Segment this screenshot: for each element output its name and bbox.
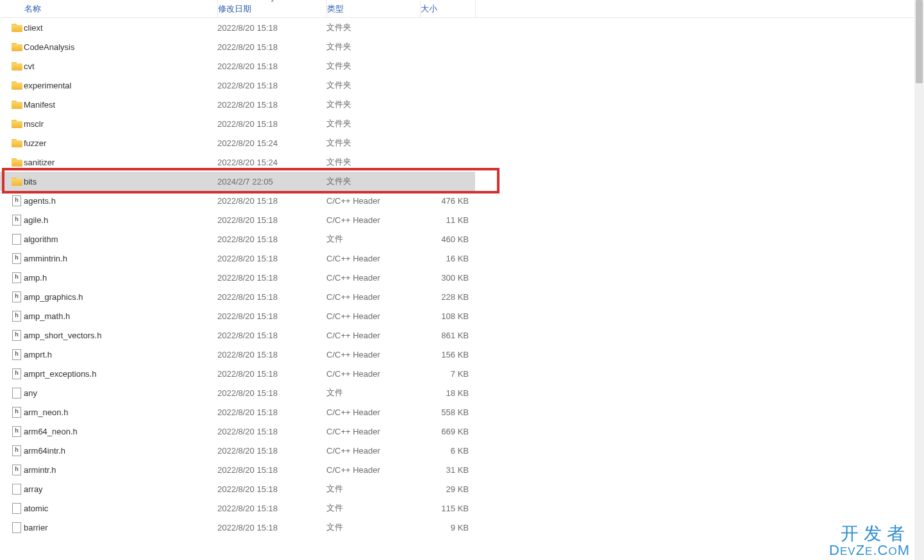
file-name: agents.h xyxy=(24,196,217,206)
file-row[interactable]: arm64intr.h2022/8/20 15:18C/C++ Header6 … xyxy=(0,441,924,460)
file-name: CodeAnalysis xyxy=(24,42,217,52)
vertical-scrollbar[interactable] xyxy=(914,0,924,560)
file-row[interactable]: amp.h2022/8/20 15:18C/C++ Header300 KB xyxy=(0,268,924,287)
file-row[interactable]: ammintrin.h2022/8/20 15:18C/C++ Header16… xyxy=(0,249,924,268)
column-header-date[interactable]: ˄ 修改日期 xyxy=(218,0,327,17)
header-file-icon xyxy=(12,465,21,475)
header-file-icon xyxy=(12,445,21,456)
file-row[interactable]: amprt.h2022/8/20 15:18C/C++ Header156 KB xyxy=(0,345,924,364)
file-date: 2022/8/20 15:18 xyxy=(217,465,326,475)
column-header-name[interactable]: 名称 xyxy=(24,0,218,17)
file-row[interactable]: cvt2022/8/20 15:18文件夹 xyxy=(0,56,924,76)
file-name: array xyxy=(24,484,217,494)
file-size: 300 KB xyxy=(420,273,475,283)
folder-icon xyxy=(12,62,22,70)
file-size: 108 KB xyxy=(420,311,475,321)
file-name: agile.h xyxy=(24,215,217,225)
file-date: 2022/8/20 15:18 xyxy=(217,311,326,321)
file-type: C/C++ Header xyxy=(326,292,420,302)
file-type: 文件夹 xyxy=(326,60,420,72)
folder-icon xyxy=(12,43,22,51)
file-size: 29 KB xyxy=(420,484,475,494)
file-name: msclr xyxy=(24,119,217,129)
file-type: 文件夹 xyxy=(326,41,420,53)
header-file-icon xyxy=(12,368,21,379)
file-name: Manifest xyxy=(24,100,217,110)
file-name: algorithm xyxy=(24,235,217,244)
header-file-icon xyxy=(12,349,21,360)
file-list: cliext2022/8/20 15:18文件夹CodeAnalysis2022… xyxy=(0,18,924,537)
file-name: barrier xyxy=(24,523,217,532)
file-row[interactable]: bits2024/2/7 22:05文件夹 xyxy=(0,172,475,191)
file-row[interactable]: agile.h2022/8/20 15:18C/C++ Header11 KB xyxy=(0,210,924,229)
file-type: C/C++ Header xyxy=(326,350,420,359)
scrollbar-thumb[interactable] xyxy=(916,0,923,83)
file-name: amp_graphics.h xyxy=(24,292,217,302)
file-name: arm64intr.h xyxy=(24,446,217,456)
file-date: 2022/8/20 15:18 xyxy=(217,196,326,206)
folder-icon xyxy=(12,24,22,32)
file-row[interactable]: any2022/8/20 15:18文件18 KB xyxy=(0,383,924,402)
file-date: 2022/8/20 15:18 xyxy=(217,350,326,359)
file-row[interactable]: cliext2022/8/20 15:18文件夹 xyxy=(0,18,924,37)
file-row[interactable]: arm64_neon.h2022/8/20 15:18C/C++ Header6… xyxy=(0,422,924,441)
file-row[interactable]: arm_neon.h2022/8/20 15:18C/C++ Header558… xyxy=(0,402,924,422)
file-icon xyxy=(12,484,21,495)
file-date: 2022/8/20 15:18 xyxy=(217,215,326,225)
file-row[interactable]: barrier2022/8/20 15:18文件9 KB xyxy=(0,518,924,537)
file-row[interactable]: algorithm2022/8/20 15:18文件460 KB xyxy=(0,229,924,249)
file-date: 2022/8/20 15:18 xyxy=(217,235,326,244)
file-date: 2022/8/20 15:18 xyxy=(217,273,326,283)
file-row[interactable]: amp_math.h2022/8/20 15:18C/C++ Header108… xyxy=(0,306,924,325)
file-size: 16 KB xyxy=(420,254,475,263)
file-row[interactable]: array2022/8/20 15:18文件29 KB xyxy=(0,479,924,498)
file-type: C/C++ Header xyxy=(326,427,420,436)
file-row[interactable]: fuzzer2022/8/20 15:24文件夹 xyxy=(0,133,924,152)
file-date: 2022/8/20 15:18 xyxy=(217,408,326,417)
file-row[interactable]: amprt_exceptions.h2022/8/20 15:18C/C++ H… xyxy=(0,364,924,383)
file-row[interactable]: agents.h2022/8/20 15:18C/C++ Header476 K… xyxy=(0,191,924,210)
file-type: C/C++ Header xyxy=(326,408,420,417)
file-size: 115 KB xyxy=(420,504,475,513)
folder-icon xyxy=(12,101,22,109)
file-name: any xyxy=(24,388,217,398)
column-header-size[interactable]: 大小 xyxy=(421,0,476,17)
header-file-icon xyxy=(12,272,21,283)
file-type: C/C++ Header xyxy=(326,311,420,321)
file-date: 2022/8/20 15:18 xyxy=(217,504,326,513)
file-date: 2022/8/20 15:18 xyxy=(217,254,326,263)
file-row[interactable]: atomic2022/8/20 15:18文件115 KB xyxy=(0,498,924,518)
file-date: 2022/8/20 15:18 xyxy=(217,331,326,340)
file-row[interactable]: msclr2022/8/20 15:18文件夹 xyxy=(0,114,924,133)
file-row[interactable]: Manifest2022/8/20 15:18文件夹 xyxy=(0,95,924,114)
file-size: 669 KB xyxy=(420,427,475,436)
file-name: bits xyxy=(24,177,217,186)
file-date: 2022/8/20 15:18 xyxy=(217,484,326,494)
header-file-icon xyxy=(12,215,21,226)
file-date: 2022/8/20 15:18 xyxy=(217,523,326,532)
file-name: atomic xyxy=(24,504,217,513)
file-row[interactable]: experimental2022/8/20 15:18文件夹 xyxy=(0,76,924,95)
file-icon xyxy=(12,503,21,514)
file-row[interactable]: amp_short_vectors.h2022/8/20 15:18C/C++ … xyxy=(0,325,924,345)
file-size: 460 KB xyxy=(420,235,475,244)
file-row[interactable]: amp_graphics.h2022/8/20 15:18C/C++ Heade… xyxy=(0,287,924,306)
folder-icon xyxy=(12,158,22,167)
file-name: arm_neon.h xyxy=(24,408,217,417)
header-file-icon xyxy=(12,292,21,302)
file-row[interactable]: armintr.h2022/8/20 15:18C/C++ Header31 K… xyxy=(0,460,924,479)
header-file-icon xyxy=(12,330,21,341)
file-row[interactable]: CodeAnalysis2022/8/20 15:18文件夹 xyxy=(0,37,924,56)
file-type: 文件夹 xyxy=(326,22,420,33)
header-file-icon xyxy=(12,426,21,437)
header-file-icon xyxy=(12,195,21,206)
file-type: 文件夹 xyxy=(326,79,420,91)
column-header-type[interactable]: 类型 xyxy=(327,0,421,17)
file-type: 文件 xyxy=(326,387,420,399)
file-row[interactable]: sanitizer2022/8/20 15:24文件夹 xyxy=(0,152,924,172)
column-header-row: 名称 ˄ 修改日期 类型 大小 xyxy=(0,0,924,18)
file-type: 文件 xyxy=(326,233,420,245)
file-name: amp.h xyxy=(24,273,217,283)
file-icon xyxy=(12,388,21,399)
file-name: amp_math.h xyxy=(24,311,217,321)
